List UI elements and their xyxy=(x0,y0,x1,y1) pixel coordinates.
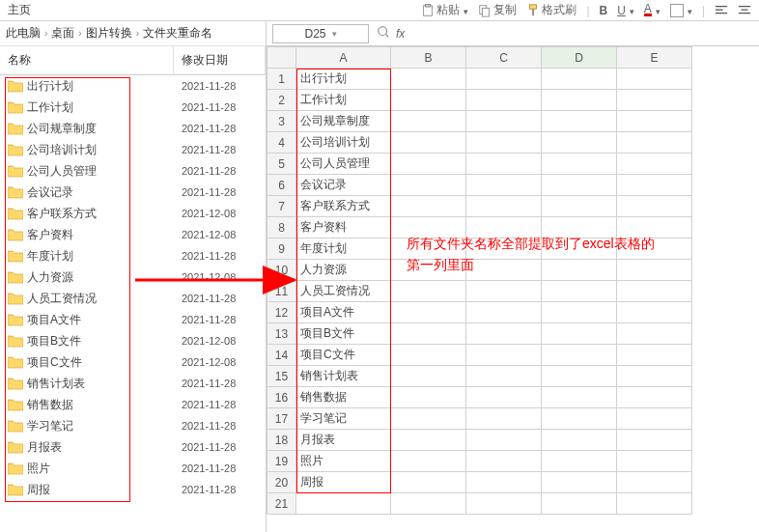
breadcrumb-item[interactable]: 文件夹重命名 xyxy=(143,25,212,42)
cell-C17[interactable] xyxy=(466,408,542,430)
cell-B11[interactable] xyxy=(391,281,466,302)
list-item[interactable]: 学习笔记2021-11-28 xyxy=(0,415,266,436)
list-item[interactable]: 公司培训计划2021-11-28 xyxy=(0,139,266,160)
column-header-name[interactable]: 名称 xyxy=(0,46,174,74)
cell-B10[interactable] xyxy=(391,260,466,281)
row-header-9[interactable]: 9 xyxy=(267,238,296,260)
file-list[interactable]: 出行计划2021-11-28工作计划2021-11-28公司规章制度2021-1… xyxy=(0,75,266,532)
cell-B8[interactable] xyxy=(391,217,466,238)
cell-C1[interactable] xyxy=(466,69,542,90)
name-box[interactable]: D25 ▾ xyxy=(272,24,369,43)
cell-B1[interactable] xyxy=(391,69,466,90)
copy-button[interactable]: 复制 xyxy=(478,2,517,18)
cell-D6[interactable] xyxy=(542,175,617,196)
list-item[interactable]: 公司人员管理2021-11-28 xyxy=(0,160,266,182)
search-icon[interactable] xyxy=(377,25,390,42)
cell-D11[interactable] xyxy=(542,281,617,302)
list-item[interactable]: 月报表2021-11-28 xyxy=(0,436,266,458)
cell-B4[interactable] xyxy=(391,132,466,154)
cell-D21[interactable] xyxy=(542,493,617,515)
list-item[interactable]: 客户资料2021-12-08 xyxy=(0,224,266,245)
formula-bar[interactable] xyxy=(410,25,753,42)
list-item[interactable]: 销售数据2021-11-28 xyxy=(0,394,266,415)
cell-E20[interactable] xyxy=(617,472,692,493)
row-header-7[interactable]: 7 xyxy=(267,196,296,217)
cell-E19[interactable] xyxy=(617,451,692,472)
cell-B19[interactable] xyxy=(391,451,466,472)
cell-A7[interactable]: 客户联系方式 xyxy=(296,196,391,217)
list-item[interactable]: 项目C文件2021-12-08 xyxy=(0,351,266,373)
paste-button[interactable]: 粘贴 xyxy=(421,2,468,18)
cell-B12[interactable] xyxy=(391,302,466,323)
row-header-17[interactable]: 17 xyxy=(267,408,296,430)
row-header-11[interactable]: 11 xyxy=(267,281,296,302)
cell-E11[interactable] xyxy=(617,281,692,302)
cell-A6[interactable]: 会议记录 xyxy=(296,175,391,196)
cell-D7[interactable] xyxy=(542,196,617,217)
cell-B6[interactable] xyxy=(391,175,466,196)
cell-B3[interactable] xyxy=(391,111,466,132)
row-header-14[interactable]: 14 xyxy=(267,345,296,366)
cell-A1[interactable]: 出行计划 xyxy=(296,69,391,90)
breadcrumb-item[interactable]: 此电脑 xyxy=(6,25,41,42)
cell-D12[interactable] xyxy=(542,302,617,323)
list-item[interactable]: 客户联系方式2021-12-08 xyxy=(0,203,266,224)
cell-B21[interactable] xyxy=(391,493,466,515)
cell-E6[interactable] xyxy=(617,175,692,196)
cell-D16[interactable] xyxy=(542,387,617,408)
cell-D1[interactable] xyxy=(542,69,617,90)
cell-C6[interactable] xyxy=(466,175,542,196)
cell-D2[interactable] xyxy=(542,90,617,111)
cell-D8[interactable] xyxy=(542,217,617,238)
cell-D17[interactable] xyxy=(542,408,617,430)
list-item[interactable]: 人力资源2021-12-08 xyxy=(0,266,266,288)
cell-E8[interactable] xyxy=(617,217,692,238)
cell-C19[interactable] xyxy=(466,451,542,472)
cell-D14[interactable] xyxy=(542,345,617,366)
cell-A9[interactable]: 年度计划 xyxy=(296,238,391,260)
cell-D9[interactable] xyxy=(542,238,617,260)
list-item[interactable]: 项目B文件2021-12-08 xyxy=(0,330,266,351)
cell-D10[interactable] xyxy=(542,260,617,281)
column-header-date[interactable]: 修改日期 xyxy=(174,46,266,74)
cell-E15[interactable] xyxy=(617,366,692,387)
cell-E21[interactable] xyxy=(617,493,692,515)
breadcrumb-item[interactable]: 桌面 xyxy=(51,25,74,42)
cell-A19[interactable]: 照片 xyxy=(296,451,391,472)
list-item[interactable]: 周报2021-11-28 xyxy=(0,479,266,500)
format-painter-button[interactable]: 格式刷 xyxy=(526,2,576,18)
cell-E3[interactable] xyxy=(617,111,692,132)
cell-B2[interactable] xyxy=(391,90,466,111)
underline-button[interactable]: U xyxy=(617,4,634,17)
row-header-4[interactable]: 4 xyxy=(267,132,296,154)
cell-A5[interactable]: 公司人员管理 xyxy=(296,154,391,175)
row-header-13[interactable]: 13 xyxy=(267,323,296,345)
font-color-button[interactable]: A xyxy=(644,4,661,17)
cell-E9[interactable] xyxy=(617,238,692,260)
cell-B7[interactable] xyxy=(391,196,466,217)
cell-C10[interactable] xyxy=(466,260,542,281)
cell-E16[interactable] xyxy=(617,387,692,408)
column-header-D[interactable]: D xyxy=(542,47,617,69)
row-header-1[interactable]: 1 xyxy=(267,69,296,90)
cell-C15[interactable] xyxy=(466,366,542,387)
cell-D3[interactable] xyxy=(542,111,617,132)
list-item[interactable]: 工作计划2021-11-28 xyxy=(0,97,266,118)
list-item[interactable]: 照片2021-11-28 xyxy=(0,458,266,479)
list-item[interactable]: 出行计划2021-11-28 xyxy=(0,75,266,97)
cell-B5[interactable] xyxy=(391,154,466,175)
column-header-A[interactable]: A xyxy=(296,47,391,69)
cell-B20[interactable] xyxy=(391,472,466,493)
row-header-18[interactable]: 18 xyxy=(267,430,296,451)
row-header-8[interactable]: 8 xyxy=(267,217,296,238)
row-header-3[interactable]: 3 xyxy=(267,111,296,132)
cell-D19[interactable] xyxy=(542,451,617,472)
list-item[interactable]: 年度计划2021-11-28 xyxy=(0,245,266,266)
cell-C13[interactable] xyxy=(466,323,542,345)
cell-A10[interactable]: 人力资源 xyxy=(296,260,391,281)
cell-B15[interactable] xyxy=(391,366,466,387)
cell-D5[interactable] xyxy=(542,154,617,175)
list-item[interactable]: 会议记录2021-11-28 xyxy=(0,182,266,203)
cell-E1[interactable] xyxy=(617,69,692,90)
cell-A11[interactable]: 人员工资情况 xyxy=(296,281,391,302)
